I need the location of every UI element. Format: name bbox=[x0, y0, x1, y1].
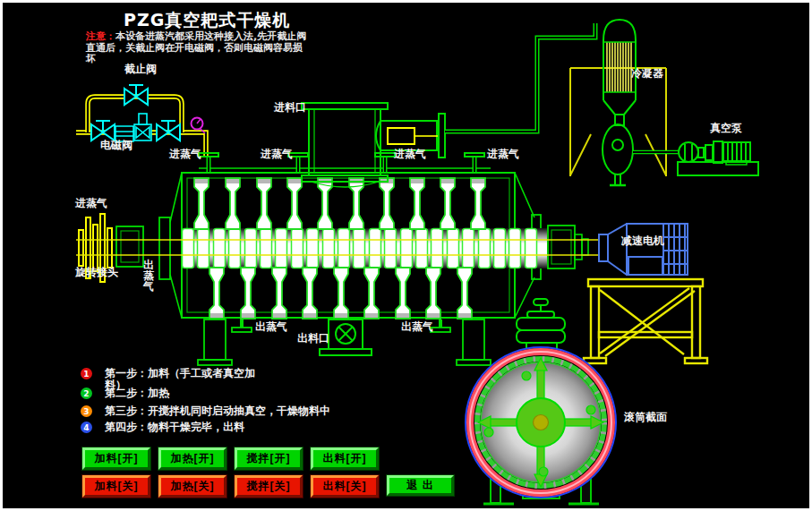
shaft-hubs bbox=[183, 229, 537, 268]
steam-in-label-2: 进蒸气 bbox=[261, 149, 293, 160]
stir-off-button[interactable]: 搅拌[关] bbox=[235, 475, 303, 498]
steam-inlet-ports bbox=[199, 153, 491, 173]
steam-in-label-5: 进蒸气 bbox=[75, 198, 107, 209]
step-4: 4 第四步：物料干燥完毕，出料 bbox=[81, 422, 244, 433]
rake-paddles-top bbox=[194, 178, 485, 229]
solenoid-valve-icon bbox=[134, 114, 151, 141]
drum-manhole-icon bbox=[517, 299, 565, 354]
step-2-text: 第二步：加热 bbox=[105, 388, 169, 399]
outlet-valve-icon bbox=[157, 121, 180, 141]
stir-on-button[interactable]: 搅拌[开] bbox=[235, 447, 303, 470]
steam-supply-piping bbox=[76, 85, 206, 156]
heat-off-button[interactable]: 加热[关] bbox=[158, 475, 227, 498]
warning-text: 本设备进蒸汽都采用这种接入法,先开截止阀直通后，关截止阀在开电磁阀，否则电磁阀容… bbox=[86, 30, 306, 64]
steam-out-label-1: 出蒸气 bbox=[255, 321, 287, 333]
hmi-screen: PZG真空耙式干燥机 注意：本设备进蒸汽都采用这种接入法,先开截止阀直通后，关截… bbox=[0, 0, 812, 511]
steam-in-label-4: 进蒸气 bbox=[487, 149, 519, 160]
vacuum-pump-icon bbox=[678, 141, 758, 175]
rotary-joint-label: 旋转接头 bbox=[75, 267, 118, 278]
condenser-label: 冷凝器 bbox=[631, 68, 663, 80]
discharge-port-label: 出料口 bbox=[297, 333, 329, 345]
shutoff-valve-icon bbox=[124, 85, 148, 105]
step-1-badge: 1 bbox=[81, 368, 92, 379]
dryer-schematic bbox=[0, 0, 812, 511]
warning-note: 注意：本设备进蒸汽都采用这种接入法,先开截止阀直通后，关截止阀在开电磁阀，否则电… bbox=[86, 31, 312, 65]
gear-motor-label: 减速电机 bbox=[621, 235, 664, 247]
feed-on-button[interactable]: 加料[开] bbox=[82, 447, 150, 470]
step-3-text: 第三步：开搅拌机同时启动抽真空，干燥物料中 bbox=[105, 405, 330, 417]
feed-off-button[interactable]: 加料[关] bbox=[82, 475, 150, 498]
step-3-badge: 3 bbox=[81, 405, 92, 417]
discharge-off-button[interactable]: 出料[关] bbox=[311, 475, 379, 498]
step-2-badge: 2 bbox=[81, 388, 92, 399]
steam-in-label-3: 进蒸气 bbox=[394, 149, 426, 160]
steam-out-label-vertical: 出蒸气 bbox=[143, 260, 156, 292]
motor-stand-icon bbox=[584, 279, 707, 363]
discharge-on-button[interactable]: 出料[开] bbox=[311, 447, 379, 470]
separator-vessel-icon bbox=[603, 124, 679, 185]
shutoff-valve-label: 截止阀 bbox=[124, 64, 157, 75]
solenoid-valve-label: 电磁阀 bbox=[100, 140, 132, 151]
steam-out-label-2: 出蒸气 bbox=[401, 321, 433, 333]
gear-motor-icon bbox=[599, 224, 688, 275]
feed-inlet-label: 进料口 bbox=[274, 102, 306, 114]
step-3: 3 第三步：开搅拌机同时启动抽真空，干燥物料中 bbox=[81, 405, 330, 417]
vacuum-pump-label: 真空泵 bbox=[710, 123, 742, 134]
rake-paddles-bottom bbox=[209, 268, 472, 319]
drum-cross-section bbox=[466, 299, 616, 504]
step-4-badge: 4 bbox=[81, 422, 92, 433]
heat-on-button[interactable]: 加热[开] bbox=[158, 447, 227, 470]
feed-inlet-hopper bbox=[302, 103, 445, 187]
step-2: 2 第二步：加热 bbox=[81, 388, 169, 399]
step-4-text: 第四步：物料干燥完毕，出料 bbox=[105, 422, 244, 433]
drum-section-label: 滚筒截面 bbox=[624, 412, 667, 423]
page-title: PZG真空耙式干燥机 bbox=[124, 9, 290, 32]
exit-button[interactable]: 退 出 bbox=[387, 475, 454, 496]
inlet-valve-icon bbox=[91, 121, 115, 141]
vacuum-line bbox=[445, 23, 595, 132]
steam-in-label-1: 进蒸气 bbox=[169, 149, 201, 160]
warning-prefix: 注意： bbox=[86, 30, 115, 42]
